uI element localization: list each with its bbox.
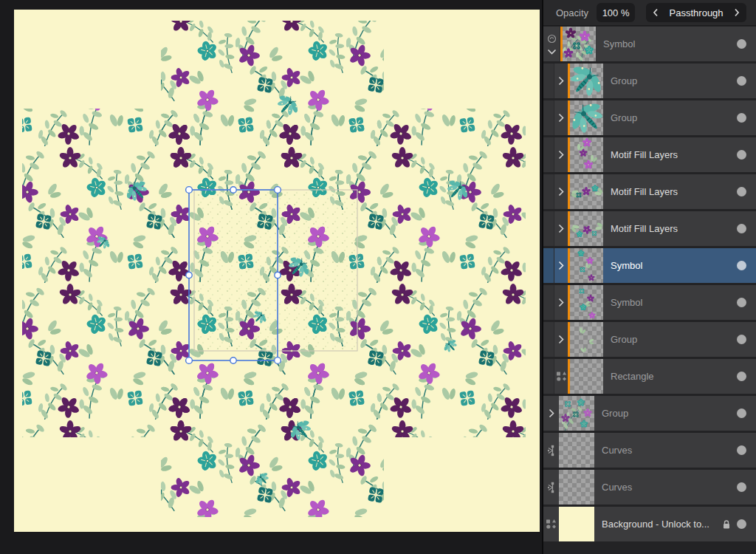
layer-row-rectangle[interactable]: Rectangle [543, 359, 756, 394]
opacity-field[interactable]: 100 % [597, 3, 635, 22]
visibility-dot[interactable] [737, 482, 746, 492]
layer-row-background[interactable]: Background - Unlock to... [543, 507, 756, 541]
chevron-right-icon[interactable] [558, 261, 564, 270]
layer-thumbnail[interactable] [559, 433, 594, 468]
visibility-dot[interactable] [737, 39, 746, 49]
layer-row-curves[interactable]: Curves [543, 470, 756, 505]
layer-row-symbol[interactable]: Symbol [543, 285, 756, 320]
chevron-right-icon[interactable] [558, 335, 564, 344]
blend-mode-select[interactable]: Passthrough [646, 3, 746, 22]
layer-thumbnail[interactable] [560, 27, 596, 61]
canvas-viewport[interactable] [0, 0, 542, 554]
layer-thumbnail[interactable] [559, 470, 594, 505]
layer-name[interactable]: Symbol [611, 260, 642, 271]
layer-name[interactable]: Rectangle [611, 371, 654, 382]
indent-gutter [543, 100, 554, 135]
indent-gutter [543, 64, 554, 98]
chevron-right-icon[interactable] [558, 150, 564, 160]
layer-thumbnail[interactable] [568, 322, 603, 357]
layer-thumbnail[interactable] [568, 248, 603, 283]
visibility-dot[interactable] [737, 335, 746, 344]
opacity-label: Opacity [556, 7, 588, 18]
vector-node-icon [547, 445, 555, 456]
chevron-left-icon[interactable] [653, 8, 659, 17]
chevron-down-icon[interactable] [547, 49, 557, 55]
layer-thumbnail[interactable] [568, 211, 603, 246]
layer-thumbnail[interactable] [568, 285, 603, 320]
layer-row-motif-fill[interactable]: Motif Fill Layers [543, 174, 756, 209]
layer-thumbnail[interactable] [568, 359, 603, 394]
blend-mode-value: Passthrough [670, 7, 724, 18]
layer-row-motif-fill[interactable]: Motif Fill Layers [543, 211, 756, 246]
layer-row-group-dragonfly[interactable]: Group [543, 64, 756, 98]
chevron-right-icon[interactable] [558, 76, 564, 86]
symbol-sync-icon[interactable] [547, 34, 557, 44]
chevron-right-icon[interactable] [558, 224, 564, 233]
chevron-right-icon[interactable] [558, 298, 564, 307]
layer-thumbnail[interactable] [568, 137, 603, 172]
layer-list: Symbol Group Group [543, 27, 756, 544]
layer-name[interactable]: Symbol [611, 297, 642, 308]
layers-panel-toolbar: Opacity 100 % Passthrough [543, 0, 756, 26]
layer-name[interactable]: Group [611, 75, 637, 86]
layer-row-symbol-selected[interactable]: Symbol [543, 248, 756, 283]
layer-name[interactable]: Background - Unlock to... [602, 519, 709, 530]
layer-name[interactable]: Motif Fill Layers [611, 149, 678, 160]
layer-row-curves[interactable]: Curves [543, 433, 756, 468]
pattern-artwork[interactable] [14, 10, 540, 532]
visibility-dot[interactable] [737, 187, 746, 196]
visibility-dot[interactable] [737, 76, 746, 86]
indent-gutter [543, 211, 554, 246]
layer-name[interactable]: Motif Fill Layers [611, 186, 678, 197]
visibility-dot[interactable] [737, 150, 746, 160]
panel-footer [543, 544, 756, 554]
layer-name[interactable]: Group [611, 334, 637, 345]
chevron-right-icon[interactable] [734, 8, 740, 17]
layer-row-group-dragonfly[interactable]: Group [543, 100, 756, 135]
application-window: Opacity 100 % Passthrough [0, 0, 756, 554]
chevron-right-icon[interactable] [549, 408, 554, 418]
layer-name[interactable]: Curves [602, 482, 632, 493]
indent-gutter [543, 359, 554, 394]
visibility-dot[interactable] [737, 113, 746, 123]
visibility-dot[interactable] [737, 445, 746, 455]
layer-name[interactable]: Symbol [603, 38, 635, 49]
layer-thumbnail[interactable] [568, 100, 603, 135]
shapes-cluster-icon [546, 519, 557, 530]
layer-row-symbol-root[interactable]: Symbol [543, 27, 756, 61]
layer-name[interactable]: Motif Fill Layers [611, 223, 678, 234]
visibility-dot[interactable] [737, 372, 746, 381]
layers-panel: Opacity 100 % Passthrough [542, 0, 756, 554]
chevron-right-icon[interactable] [558, 113, 564, 123]
layer-name[interactable]: Curves [602, 445, 632, 456]
layer-row-group[interactable]: Group [543, 322, 756, 357]
indent-gutter [543, 174, 554, 209]
shapes-cluster-icon [556, 371, 567, 382]
layer-thumbnail[interactable] [559, 396, 594, 431]
layer-name[interactable]: Group [611, 112, 637, 123]
vector-node-icon [547, 482, 555, 493]
artboard[interactable] [14, 10, 540, 532]
chevron-right-icon[interactable] [558, 187, 564, 196]
layer-thumbnail[interactable] [559, 507, 594, 541]
indent-gutter [543, 322, 554, 357]
visibility-dot[interactable] [737, 519, 746, 529]
layer-name[interactable]: Group [602, 408, 628, 419]
symbol-gutter [543, 27, 560, 61]
lock-icon[interactable] [722, 519, 731, 530]
layer-row-group[interactable]: Group [543, 396, 756, 431]
layer-row-motif-fill[interactable]: Motif Fill Layers [543, 137, 756, 172]
indent-gutter [543, 248, 554, 283]
visibility-dot[interactable] [737, 224, 746, 233]
indent-gutter [543, 285, 554, 320]
opacity-value: 100 % [602, 7, 630, 18]
visibility-dot[interactable] [737, 261, 746, 270]
indent-gutter [543, 137, 554, 172]
layer-thumbnail[interactable] [568, 174, 603, 209]
visibility-dot[interactable] [737, 408, 746, 418]
visibility-dot[interactable] [737, 298, 746, 307]
layer-thumbnail[interactable] [568, 64, 603, 98]
